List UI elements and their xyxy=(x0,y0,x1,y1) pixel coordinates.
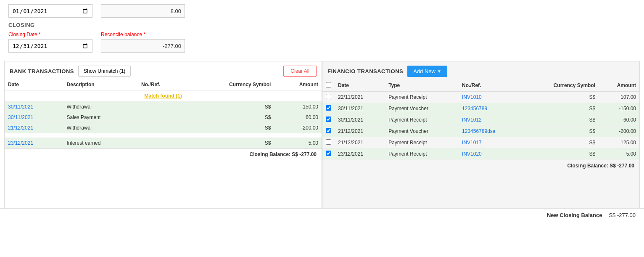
financio-transactions-table: Date Type No./Ref. Currency Symbol Amoun… xyxy=(322,79,639,160)
financio-row-5-noref[interactable]: INV1017 xyxy=(459,137,522,148)
bank-row-2-amount: 60.00 xyxy=(274,112,322,123)
financio-row-5-type: Payment Receipt xyxy=(385,137,459,148)
match-found-link[interactable]: Match found (1) xyxy=(144,93,182,99)
bank-col-date: Date xyxy=(5,79,63,90)
financio-row-2-amount: -150.00 xyxy=(599,103,639,114)
financio-row-3: 30/11/2021 Payment Receipt INV1012 S$ 60… xyxy=(322,114,639,126)
bank-row-3: 21/12/2021 Withdrawal S$ -200.00 xyxy=(5,123,322,133)
financio-row-3-amount: 60.00 xyxy=(599,114,639,126)
financio-col-noref: No./Ref. xyxy=(459,79,522,92)
financio-row-2-checkbox-cell xyxy=(322,103,335,114)
financio-col-checkbox xyxy=(322,79,335,92)
financio-row-3-date: 30/11/2021 xyxy=(335,114,385,126)
financio-row-5-date: 21/12/2021 xyxy=(335,137,385,148)
bank-row-3-desc: Withdrawal xyxy=(63,123,138,133)
show-unmatch-button[interactable]: Show Unmatch (1) xyxy=(78,66,131,77)
bank-row-2-currency: S$ xyxy=(185,112,274,123)
bank-row-4-amount xyxy=(274,133,322,138)
bank-row-3-date: 21/12/2021 xyxy=(5,123,63,133)
reconcile-amount: -277.00 xyxy=(101,39,185,53)
financio-col-amount: Amount xyxy=(599,79,639,92)
financio-col-currency: Currency Symbol xyxy=(522,79,599,92)
bank-row-1-date: 30/11/2021 xyxy=(5,102,63,112)
financio-row-5-currency: S$ xyxy=(522,137,599,148)
clear-all-button[interactable]: Clear All xyxy=(283,66,317,77)
bank-row-2-date: 30/11/2021 xyxy=(5,112,63,123)
bank-col-currency: Currency Symbol xyxy=(185,79,274,90)
financio-row-5-checkbox[interactable] xyxy=(326,139,331,145)
financio-row-6-noref[interactable]: INV1020 xyxy=(459,148,522,160)
financio-row-1-type: Payment Receipt xyxy=(385,92,459,103)
opening-amount: 8.00 xyxy=(101,4,185,18)
financio-row-3-noref[interactable]: INV1012 xyxy=(459,114,522,126)
top-section: 8.00 xyxy=(0,0,644,18)
bottom-bar: New Closing Balance S$ -277.00 xyxy=(0,208,644,222)
financio-row-5-amount: 125.00 xyxy=(599,137,639,148)
financio-closing-balance: Closing Balance: S$ -277.00 xyxy=(322,160,639,171)
financio-row-3-currency: S$ xyxy=(522,114,599,126)
financio-panel-title: FINANCIO TRANSACTIONS xyxy=(327,68,403,74)
bank-row-4-noref xyxy=(138,133,185,138)
financio-row-2-checkbox[interactable] xyxy=(326,105,331,111)
financio-row-6: 23/12/2021 Payment Receipt INV1020 S$ 5.… xyxy=(322,148,639,160)
bank-row-4-empty xyxy=(5,133,322,138)
bank-row-1-noref xyxy=(138,102,185,112)
financio-row-2-date: 30/11/2021 xyxy=(335,103,385,114)
financio-row-2: 30/11/2021 Payment Voucher 123456789 S$ … xyxy=(322,103,639,114)
bank-panel-header: BANK TRANSACTIONS Show Unmatch (1) Clear… xyxy=(5,61,322,79)
financio-row-1-noref[interactable]: INV1010 xyxy=(459,92,522,103)
bank-row-4-desc xyxy=(63,133,138,138)
financio-panel-header: FINANCIO TRANSACTIONS Add New ▼ xyxy=(322,61,639,79)
financio-row-6-checkbox-cell xyxy=(322,148,335,160)
financio-row-2-noref[interactable]: 123456789 xyxy=(459,103,522,114)
reconcile-balance-group: Reconcile balance * -277.00 xyxy=(101,32,185,53)
financio-row-4-amount: -200.00 xyxy=(599,126,639,137)
bank-row-5: 23/12/2021 Interest earned S$ 5.00 xyxy=(5,138,322,148)
bank-col-description: Description xyxy=(63,79,138,90)
opening-date-input[interactable] xyxy=(8,4,92,18)
financio-row-4-noref[interactable]: 123456789dsa xyxy=(459,126,522,137)
bank-panel-title: BANK TRANSACTIONS xyxy=(10,68,74,74)
bank-col-amount: Amount xyxy=(274,79,322,90)
financio-row-3-checkbox-cell xyxy=(322,114,335,126)
financio-row-4-currency: S$ xyxy=(522,126,599,137)
closing-date-input[interactable] xyxy=(8,39,92,53)
financio-row-1-amount: 107.00 xyxy=(599,92,639,103)
financio-row-1-currency: S$ xyxy=(522,92,599,103)
bank-row-2-desc: Sales Payment xyxy=(63,112,138,123)
financio-row-3-checkbox[interactable] xyxy=(326,117,331,122)
financio-row-5-checkbox-cell xyxy=(322,137,335,148)
financio-row-4-type: Payment Voucher xyxy=(385,126,459,137)
financio-row-1: 22/11/2021 Payment Receipt INV1010 S$ 10… xyxy=(322,92,639,103)
financio-row-2-currency: S$ xyxy=(522,103,599,114)
bank-row-3-amount: -200.00 xyxy=(274,123,322,133)
add-new-button[interactable]: Add New ▼ xyxy=(407,66,447,77)
bank-row-4-date xyxy=(5,133,63,138)
bank-panel: BANK TRANSACTIONS Show Unmatch (1) Clear… xyxy=(5,61,322,208)
transactions-container: BANK TRANSACTIONS Show Unmatch (1) Clear… xyxy=(4,61,640,208)
bank-row-2-noref xyxy=(138,112,185,123)
add-new-arrow-icon: ▼ xyxy=(437,69,441,74)
bank-row-4-currency xyxy=(185,133,274,138)
bank-row-1-desc: Withdrawal xyxy=(63,102,138,112)
bank-row-1-amount: -150.00 xyxy=(274,102,322,112)
financio-row-4-checkbox[interactable] xyxy=(326,128,331,133)
financio-row-2-type: Payment Voucher xyxy=(385,103,459,114)
bank-col-noref: No./Ref. xyxy=(138,79,185,90)
bank-row-5-noref xyxy=(138,138,185,148)
financio-row-1-checkbox[interactable] xyxy=(326,94,331,99)
financio-col-type: Type xyxy=(385,79,459,92)
add-new-label: Add New xyxy=(413,68,435,74)
bank-row-5-amount: 5.00 xyxy=(274,138,322,148)
closing-section: CLOSING Closing Date * Reconcile balance… xyxy=(0,18,644,57)
bank-row-2: 30/11/2021 Sales Payment S$ 60.00 xyxy=(5,112,322,123)
financio-row-1-checkbox-cell xyxy=(322,92,335,103)
bank-row-1: 30/11/2021 Withdrawal S$ -150.00 xyxy=(5,102,322,112)
bank-row-5-date: 23/12/2021 xyxy=(5,138,63,148)
closing-title: CLOSING xyxy=(8,22,636,28)
financio-row-6-type: Payment Receipt xyxy=(385,148,459,160)
new-closing-balance-label: New Closing Balance xyxy=(547,212,602,218)
select-all-checkbox[interactable] xyxy=(326,82,331,87)
financio-row-6-checkbox[interactable] xyxy=(326,151,331,156)
financio-table-header-row: Date Type No./Ref. Currency Symbol Amoun… xyxy=(322,79,639,92)
